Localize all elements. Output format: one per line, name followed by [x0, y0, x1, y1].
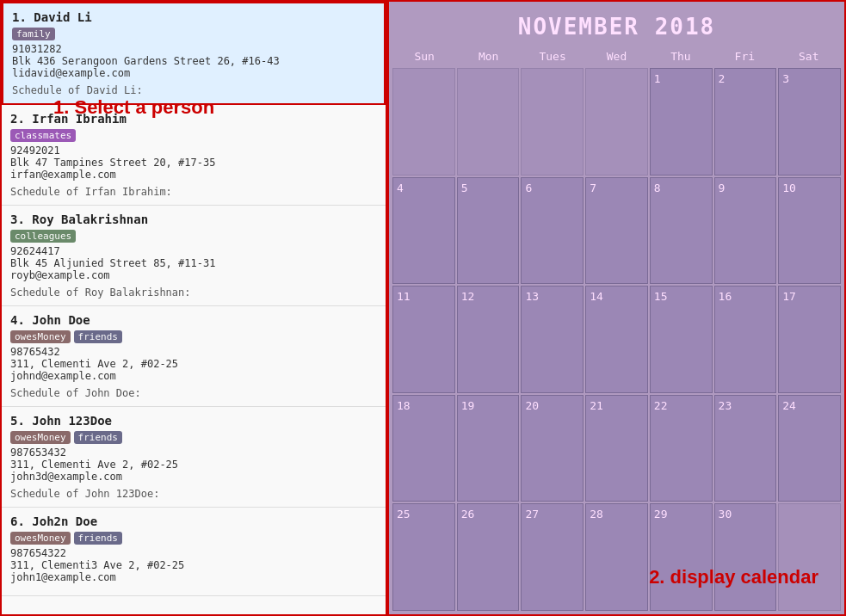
calendar-day-26[interactable]: 26 — [457, 503, 520, 611]
tag-owesMoney[interactable]: owesMoney — [10, 431, 71, 444]
contact-block-5[interactable]: 5. John 123DoeowesMoneyfriends9876534323… — [2, 407, 386, 508]
contact-block-3[interactable]: 3. Roy Balakrishnancolleagues92624417Blk… — [2, 206, 386, 306]
contact-tags-2: classmates — [10, 129, 377, 142]
contact-address-5: 311, Clementi Ave 2, #02-25 — [10, 459, 377, 471]
contact-name-4: 4. John Doe — [10, 313, 377, 327]
contact-phone-1: 91031282 — [12, 43, 375, 55]
tag-family[interactable]: family — [12, 28, 55, 40]
tag-classmates[interactable]: classmates — [10, 129, 76, 142]
contact-tags-5: owesMoneyfriends — [10, 431, 377, 444]
tag-friends[interactable]: friends — [74, 532, 122, 545]
contact-block-6[interactable]: 6. Joh2n DoeowesMoneyfriends987654322311… — [2, 508, 386, 596]
calendar-day-2[interactable]: 2 — [714, 68, 777, 176]
tag-owesMoney[interactable]: owesMoney — [10, 532, 71, 545]
calendar-grid: SunMonTuesWedThuFriSat 12345678910111213… — [389, 46, 844, 614]
calendar-panel: NOVEMBER 2018 SunMonTuesWedThuFriSat 123… — [387, 0, 846, 616]
tag-friends[interactable]: friends — [74, 431, 122, 444]
calendar-day-20[interactable]: 20 — [521, 395, 584, 502]
calendar-day-11[interactable]: 11 — [392, 286, 455, 393]
calendar-empty-0-2 — [521, 68, 584, 176]
calendar-week-1: 123 — [392, 68, 841, 176]
contact-address-3: Blk 45 Aljunied Street 85, #11-31 — [10, 257, 377, 269]
contact-block-1[interactable]: 1. David Lifamily91031282Blk 436 Serango… — [2, 2, 386, 105]
calendar-empty-0-3 — [585, 68, 648, 176]
contact-email-4: johnd@example.com — [10, 370, 377, 382]
calendar-day-12[interactable]: 12 — [457, 286, 520, 393]
contact-tags-4: owesMoneyfriends — [10, 330, 377, 343]
contact-name-1: 1. David Li — [12, 10, 375, 24]
calendar-day-22[interactable]: 22 — [650, 395, 713, 502]
contact-email-1: lidavid@example.com — [12, 67, 375, 79]
contact-email-2: irfan@example.com — [10, 169, 377, 181]
contact-address-2: Blk 47 Tampines Street 20, #17-35 — [10, 157, 377, 169]
contact-block-4[interactable]: 4. John DoeowesMoneyfriends98765432311, … — [2, 306, 386, 407]
calendar-day-29[interactable]: 29 — [650, 503, 713, 611]
calendar-day-25[interactable]: 25 — [392, 503, 455, 611]
calendar-week-3: 11121314151617 — [392, 286, 841, 393]
calendar-day-18[interactable]: 18 — [392, 395, 455, 502]
calendar-day-10[interactable]: 10 — [778, 177, 841, 285]
weekday-Thu: Thu — [649, 46, 713, 66]
calendar-empty-0-0 — [392, 68, 455, 176]
contact-email-5: john3d@example.com — [10, 471, 377, 483]
calendar-day-27[interactable]: 27 — [521, 503, 584, 611]
contact-tags-6: owesMoneyfriends — [10, 532, 377, 545]
calendar-day-7[interactable]: 7 — [585, 177, 648, 285]
contact-email-3: royb@example.com — [10, 269, 377, 281]
calendar-day-19[interactable]: 19 — [457, 395, 520, 502]
contact-address-1: Blk 436 Serangoon Gardens Street 26, #16… — [12, 55, 375, 67]
contact-address-4: 311, Clementi Ave 2, #02-25 — [10, 358, 377, 370]
calendar-day-24[interactable]: 24 — [778, 395, 841, 502]
calendar-weeks: 1234567891011121314151617181920212223242… — [392, 68, 841, 611]
contact-email-6: john1@example.com — [10, 571, 377, 583]
calendar-week-5: 252627282930 — [392, 503, 841, 611]
tag-friends[interactable]: friends — [74, 330, 122, 343]
calendar-day-3[interactable]: 3 — [778, 68, 841, 176]
contact-phone-4: 98765432 — [10, 346, 377, 358]
weekday-Mon: Mon — [456, 46, 520, 66]
contact-tags-1: family — [12, 28, 375, 40]
calendar-day-14[interactable]: 14 — [585, 286, 648, 393]
tag-colleagues[interactable]: colleagues — [10, 230, 76, 243]
weekday-Wed: Wed — [584, 46, 648, 66]
calendar-day-28[interactable]: 28 — [585, 503, 648, 611]
schedule-label-5: Schedule of John 123Doe: — [10, 488, 377, 500]
weekday-Fri: Fri — [713, 46, 776, 66]
calendar-day-4[interactable]: 4 — [392, 177, 455, 285]
calendar-week-2: 45678910 — [392, 177, 841, 285]
contact-phone-6: 987654322 — [10, 547, 377, 559]
calendar-day-5[interactable]: 5 — [457, 177, 520, 285]
weekday-Sun: Sun — [392, 46, 456, 66]
contact-block-2[interactable]: 2. Irfan Ibrahimclassmates92492021Blk 47… — [2, 105, 386, 206]
contact-name-3: 3. Roy Balakrishnan — [10, 213, 377, 226]
contacts-panel[interactable]: 1. David Lifamily91031282Blk 436 Serango… — [0, 0, 387, 616]
calendar-week-4: 18192021222324 — [392, 395, 841, 502]
contact-phone-2: 92492021 — [10, 145, 377, 157]
contact-name-6: 6. Joh2n Doe — [10, 514, 377, 528]
calendar-day-30[interactable]: 30 — [714, 503, 777, 611]
calendar-day-15[interactable]: 15 — [650, 286, 713, 393]
weekday-Sat: Sat — [777, 46, 841, 66]
contact-address-6: 311, Clementi3 Ave 2, #02-25 — [10, 559, 377, 571]
calendar-day-13[interactable]: 13 — [521, 286, 584, 393]
schedule-label-2: Schedule of Irfan Ibrahim: — [10, 186, 377, 198]
tag-owesMoney[interactable]: owesMoney — [10, 330, 71, 343]
contact-name-5: 5. John 123Doe — [10, 414, 377, 428]
calendar-day-23[interactable]: 23 — [714, 395, 777, 502]
schedule-label-3: Schedule of Roy Balakrishnan: — [10, 286, 377, 299]
calendar-day-6[interactable]: 6 — [521, 177, 584, 285]
calendar-day-9[interactable]: 9 — [714, 177, 777, 285]
calendar-empty-4-6 — [778, 503, 841, 611]
calendar-empty-0-1 — [457, 68, 520, 176]
calendar-day-8[interactable]: 8 — [650, 177, 713, 285]
calendar-day-21[interactable]: 21 — [585, 395, 648, 502]
weekdays-row: SunMonTuesWedThuFriSat — [392, 46, 841, 66]
contact-phone-5: 987653432 — [10, 447, 377, 459]
calendar-title: NOVEMBER 2018 — [389, 2, 844, 46]
contact-tags-3: colleagues — [10, 230, 377, 243]
schedule-label-4: Schedule of John Doe: — [10, 387, 377, 399]
contact-phone-3: 92624417 — [10, 245, 377, 257]
calendar-day-1[interactable]: 1 — [650, 68, 713, 176]
calendar-day-16[interactable]: 16 — [714, 286, 777, 393]
calendar-day-17[interactable]: 17 — [778, 286, 841, 393]
